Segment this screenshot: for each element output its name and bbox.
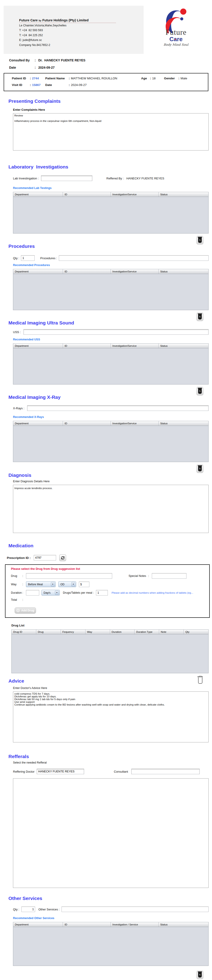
procedures-trash-button[interactable]: ↻ xyxy=(196,312,203,321)
company-phone-1: T: +24 82 593 593 xyxy=(19,28,144,32)
company-title: Future Care by Future Holdings (Pty) Lim… xyxy=(19,18,116,23)
special-notes-label: Special Notes xyxy=(128,574,148,578)
referring-doctor-input[interactable] xyxy=(37,769,84,774)
visit-date-label: Date xyxy=(45,83,68,87)
advice-sub-label: Enter Doctor's Advice Here xyxy=(13,686,212,690)
complaints-textarea[interactable]: Review Inflammatory process in the carpo… xyxy=(13,113,209,151)
column-header-status: Status xyxy=(159,421,208,426)
age-value: 18 xyxy=(152,76,164,80)
section-heading-laboratory: Laboratory Investigations xyxy=(8,164,212,170)
visit-id-value: 15867 xyxy=(32,83,45,87)
age-label: Age xyxy=(141,76,149,80)
logo-tagline: Body Mind Soul xyxy=(144,43,208,46)
per-meal-label: Drugs/Tablets per meal : xyxy=(63,591,94,594)
column-header-investigation: Investigation/Service xyxy=(111,344,159,348)
patient-id-value: 2744 xyxy=(32,76,45,80)
recommended-xrays-link: Recommended X-Rays xyxy=(13,415,212,418)
other-qty-input[interactable] xyxy=(21,907,35,912)
letterhead: Future Care by Future Holdings (Pty) Lim… xyxy=(4,6,208,54)
drug-input[interactable] xyxy=(26,573,112,579)
lab-investigation-input[interactable] xyxy=(41,175,92,181)
consulted-by-value: Dr. HANECKY FUENTE REYES xyxy=(38,59,85,62)
column-header-status: Status xyxy=(159,192,208,197)
referred-by-value: HANECKY FUENTE REYES xyxy=(126,177,164,180)
special-notes-input[interactable] xyxy=(152,573,186,579)
column-header-id: ID xyxy=(63,922,111,927)
heart-icon: ♥ xyxy=(175,38,176,41)
other-services-input[interactable] xyxy=(61,907,209,912)
dropdown-arrow-icon: ▼ xyxy=(55,590,59,595)
fraction-hint: Please add as decimal numbers when addin… xyxy=(111,592,207,594)
drug-list-table: Drug ID Drug Fequency Way Duration Durat… xyxy=(11,629,209,673)
column-header-drug-id: Drug ID xyxy=(11,630,36,634)
column-header-status: Status xyxy=(159,922,208,927)
uss-input[interactable] xyxy=(24,329,209,335)
gender-value: Male xyxy=(180,76,187,80)
logo-word-care: Ca♥re xyxy=(144,36,208,42)
advice-textarea[interactable]: cold compress TDS for 7 days. Diclofenac… xyxy=(13,692,209,742)
add-drug-button[interactable]: + Add Drug xyxy=(14,607,36,614)
section-heading-procedures: Procedures xyxy=(8,243,212,249)
procedures-input[interactable] xyxy=(59,255,209,261)
consultant-input[interactable] xyxy=(131,769,200,774)
consultation-page: Future Care by Future Holdings (Pty) Lim… xyxy=(0,6,212,980)
trash-icon: ↻ xyxy=(198,237,202,243)
meal-timing-select[interactable]: Before Meal ▼ xyxy=(26,581,56,587)
uss-table: Department ID Investigation/Service Stat… xyxy=(13,343,209,385)
prescription-id-input[interactable] xyxy=(34,555,56,560)
section-heading-other-services: Other Services xyxy=(8,896,212,901)
section-heading-ultrasound: Medical Imaging Ultra Sound xyxy=(8,320,212,326)
advice-trash-button[interactable] xyxy=(197,676,203,685)
duration-input[interactable] xyxy=(26,590,39,595)
duration-unit-select[interactable]: Day/s ▼ xyxy=(42,590,60,595)
drug-list-label: Drug List xyxy=(11,624,212,627)
recommended-uss-link: Recommended USS xyxy=(13,338,212,341)
procedures-qty-label: Qty : xyxy=(13,256,19,260)
column-header-department: Department xyxy=(13,922,63,927)
diagnosis-textarea[interactable]: Impress acute tendinitis process. xyxy=(13,485,209,533)
visit-id-label: Visit ID xyxy=(12,83,29,87)
procedures-table: Department ID Investigation/Service Stat… xyxy=(13,269,209,310)
diagnosis-sub-label: Enter Diagnosis Details Here xyxy=(13,480,212,483)
xray-trash-button[interactable]: ↻ xyxy=(196,464,203,473)
trash-icon: ↻ xyxy=(198,972,202,977)
recommended-procedures-link: Recommended Procedures xyxy=(13,264,212,267)
column-header-department: Department xyxy=(13,192,63,197)
referring-doctor-label: Reffering Doctor xyxy=(13,770,34,773)
column-header-qty: Qty xyxy=(184,630,208,634)
referral-list-box xyxy=(13,778,209,888)
other-qty-label: Qty : xyxy=(13,908,19,911)
trash-icon: ↻ xyxy=(198,466,202,471)
column-header-department: Department xyxy=(13,421,63,426)
consult-date-value: 2024-09-27 xyxy=(38,66,55,69)
per-meal-input[interactable] xyxy=(96,590,108,595)
way-qty-input[interactable] xyxy=(79,582,89,587)
column-header-id: ID xyxy=(63,344,111,348)
consult-date-label: Date xyxy=(9,66,35,69)
procedures-table-body xyxy=(13,274,208,310)
section-heading-medication: Medication xyxy=(8,543,212,549)
frequency-select[interactable]: OD ▼ xyxy=(58,581,76,587)
column-header-frequency: Fequency xyxy=(61,630,85,634)
section-heading-xray: Medical Imaging X-Ray xyxy=(8,395,212,400)
other-services-table: Department ID Investigation / Service St… xyxy=(13,922,209,966)
referred-by-label: Reffered By : xyxy=(106,177,124,180)
drug-entry-box: Please select the Drug from Drug suggess… xyxy=(5,564,210,618)
column-header-way: Way xyxy=(85,630,110,634)
other-services-trash-button[interactable]: ↻ xyxy=(196,970,203,979)
xrays-input[interactable] xyxy=(27,406,209,411)
section-heading-referrals: Refferals xyxy=(8,754,212,759)
column-header-duration: Duration xyxy=(110,630,135,634)
uss-trash-button[interactable]: ↻ xyxy=(196,387,203,395)
section-heading-advice: Advice xyxy=(8,678,212,684)
trash-icon xyxy=(198,676,203,677)
procedures-qty-input[interactable] xyxy=(21,255,35,261)
section-heading-presenting-complaints: Presenting Complaints xyxy=(8,99,212,104)
column-header-id: ID xyxy=(63,421,111,426)
lab-trash-button[interactable]: ↻ xyxy=(196,236,203,245)
column-header-investigation: Investigation/Service xyxy=(111,269,159,274)
company-email: E: jude@future.sc xyxy=(19,38,144,42)
recommended-lab-testings-link: Recommended Lab Testings xyxy=(13,186,212,189)
dropdown-arrow-icon: ▼ xyxy=(71,582,75,586)
refresh-prescription-button[interactable] xyxy=(59,554,66,561)
